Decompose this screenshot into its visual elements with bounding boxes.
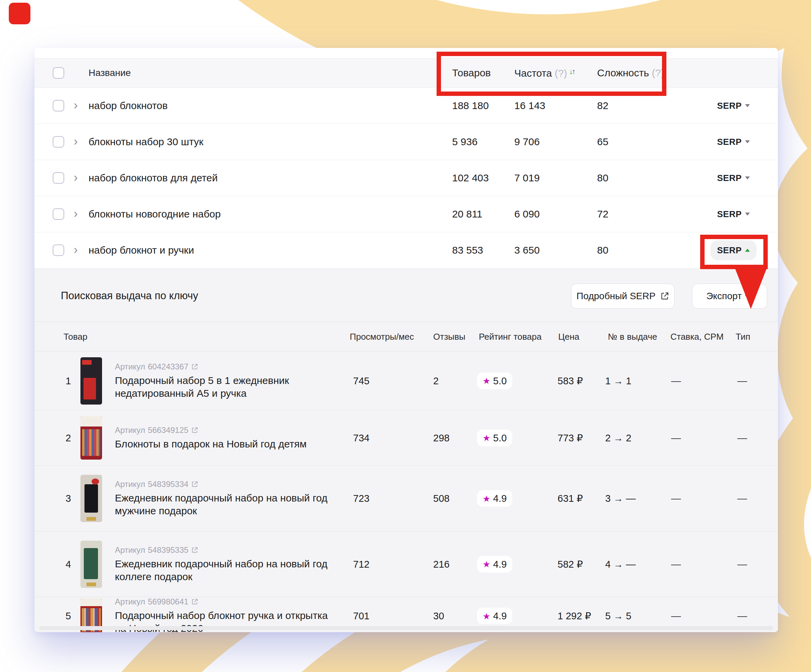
products-table-header: Товар Просмотры/мес Отзывы Рейтинг товар… <box>34 322 778 352</box>
price-value: 773 ₽ <box>558 432 583 444</box>
products-value: 83 553 <box>452 244 483 256</box>
rank: 4 <box>66 559 71 570</box>
row-checkbox[interactable] <box>53 172 64 184</box>
difficulty-value: 82 <box>597 100 608 112</box>
star-icon: ★ <box>483 611 490 620</box>
expand-chevron-icon[interactable]: › <box>74 171 78 185</box>
select-all-checkbox[interactable] <box>53 67 64 79</box>
expand-chevron-icon[interactable]: › <box>74 134 78 149</box>
rank: 1 <box>66 375 71 386</box>
rank: 3 <box>66 493 71 504</box>
position-value: 2 → 2 <box>605 432 631 443</box>
products-value: 102 403 <box>452 172 489 184</box>
rank: 2 <box>66 432 71 443</box>
serp-dropdown-button[interactable]: SERP <box>710 96 757 116</box>
type-value: — <box>737 493 747 504</box>
article-link[interactable]: Артикул604243367 <box>115 362 338 371</box>
product-title[interactable]: Блокноты в подарок на Новый год детям <box>115 438 307 449</box>
product-row: 4 Артикул548395335 Ежедневник подарочный… <box>34 532 778 597</box>
column-views: Просмотры/мес <box>350 331 414 342</box>
cpm-value: — <box>671 375 681 386</box>
keyword-name: набор блокнотов для детей <box>88 172 218 184</box>
reviews-value: 216 <box>433 559 450 570</box>
rating-badge: ★4.9 <box>477 608 512 625</box>
position-value: 1 → 1 <box>605 375 631 386</box>
keyword-name: набор блокнот и ручки <box>88 244 194 256</box>
column-product: Товар <box>63 331 88 342</box>
serp-dropdown-button[interactable]: SERP <box>710 204 757 224</box>
keyword-name: блокноты набор 30 штук <box>88 136 204 147</box>
row-checkbox[interactable] <box>53 208 64 220</box>
red-corner-accent <box>9 3 31 24</box>
frequency-value: 7 019 <box>514 172 540 184</box>
reviews-value: 2 <box>433 375 439 386</box>
price-value: 583 ₽ <box>558 375 583 387</box>
caret-down-icon <box>745 213 750 216</box>
article-link[interactable]: Артикул569980641 <box>115 597 338 606</box>
keyword-row: › набор блокнотов 188 180 16 143 82 SERP <box>34 88 778 124</box>
reviews-value: 508 <box>433 493 450 504</box>
frequency-value: 3 650 <box>514 244 540 256</box>
row-checkbox[interactable] <box>53 100 64 112</box>
views-value: 723 <box>353 493 369 504</box>
products-value: 20 811 <box>452 208 483 220</box>
product-thumbnail[interactable] <box>80 357 102 405</box>
column-position: № в выдаче <box>608 331 657 342</box>
type-value: — <box>737 375 747 386</box>
frequency-value: 6 090 <box>514 208 540 220</box>
star-icon: ★ <box>483 494 490 503</box>
rating-badge: ★5.0 <box>477 372 512 389</box>
detailed-serp-button[interactable]: Подробный SERP <box>571 284 674 309</box>
keyword-name: набор блокнотов <box>88 100 168 112</box>
external-link-icon <box>191 547 198 554</box>
product-thumbnail[interactable] <box>80 475 102 522</box>
rating-badge: ★5.0 <box>477 430 512 446</box>
keyword-row-selected: › набор блокнот и ручки 83 553 3 650 80 … <box>34 232 778 269</box>
position-value: 3 → — <box>605 493 636 504</box>
product-title[interactable]: Ежедневник подарочный набор на новый год… <box>115 558 327 582</box>
horizontal-scrollbar[interactable] <box>39 626 773 630</box>
product-title[interactable]: Подарочный набор 5 в 1 ежедневник недати… <box>115 375 289 399</box>
position-value: 5 → 5 <box>605 611 631 622</box>
price-value: 1 292 ₽ <box>558 610 591 622</box>
column-rating: Рейтинг товара <box>479 331 542 342</box>
external-link-icon <box>191 598 198 605</box>
product-thumbnail[interactable] <box>80 541 102 588</box>
rating-badge: ★4.9 <box>477 490 512 507</box>
difficulty-value: 65 <box>597 136 608 147</box>
external-link-icon <box>191 481 198 487</box>
product-title[interactable]: Ежедневник подарочный набор на новый год… <box>115 493 327 516</box>
row-checkbox[interactable] <box>53 136 64 147</box>
external-link-icon <box>660 292 669 301</box>
column-reviews: Отзывы <box>433 331 465 342</box>
article-link[interactable]: Артикул548395335 <box>115 545 338 555</box>
article-link[interactable]: Артикул566349125 <box>115 425 338 435</box>
price-value: 631 ₽ <box>558 493 583 504</box>
views-value: 734 <box>353 432 369 443</box>
keyword-row: › блокноты набор 30 штук 5 936 9 706 65 … <box>34 124 778 160</box>
views-value: 712 <box>353 559 369 570</box>
expand-chevron-icon[interactable]: › <box>74 243 78 257</box>
product-row: 1 Артикул604243367 Подарочный набор 5 в … <box>34 352 778 410</box>
row-checkbox[interactable] <box>53 244 64 256</box>
keyword-name: блокноты новогодние набор <box>88 208 221 220</box>
type-value: — <box>737 559 747 570</box>
external-link-icon <box>191 363 198 370</box>
expand-chevron-icon[interactable]: › <box>74 98 78 112</box>
reviews-value: 30 <box>433 611 444 622</box>
products-value: 5 936 <box>452 136 477 147</box>
star-icon: ★ <box>483 560 490 569</box>
expand-chevron-icon[interactable]: › <box>74 207 78 221</box>
cpm-value: — <box>671 432 681 443</box>
serp-dropdown-button[interactable]: SERP <box>710 132 757 152</box>
serp-dropdown-button[interactable]: SERP <box>710 168 757 188</box>
annotation-rectangle-serp <box>700 235 768 269</box>
column-price: Цена <box>558 331 580 342</box>
article-link[interactable]: Артикул548395334 <box>115 479 338 489</box>
rank: 5 <box>66 611 71 622</box>
product-thumbnail[interactable] <box>80 416 102 460</box>
column-name[interactable]: Название <box>88 68 131 78</box>
keywords-table-header: Название Товаров Частота (?)↓↑ Сложность… <box>34 58 778 88</box>
section-title: Поисковая выдача по ключу <box>61 290 199 302</box>
position-value: 4 → — <box>605 559 636 570</box>
